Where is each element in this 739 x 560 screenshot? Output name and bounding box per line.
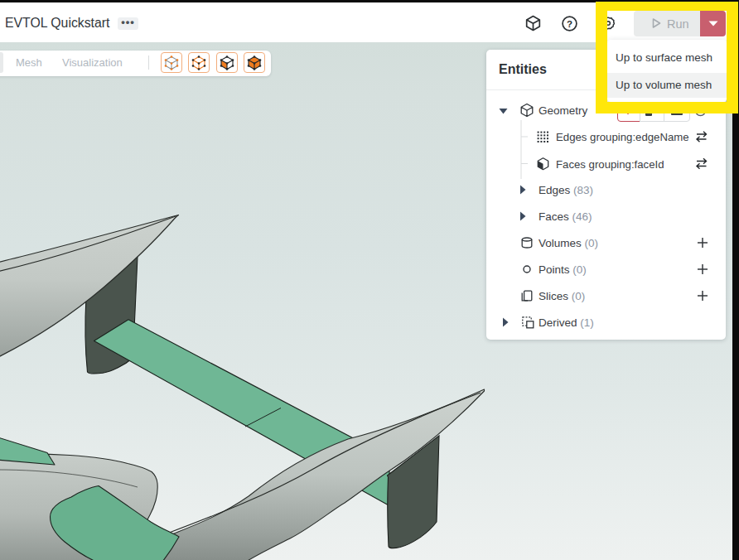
- svg-text:Faces (46): Faces (46): [539, 210, 592, 223]
- svg-text:Volumes (0): Volumes (0): [539, 237, 598, 249]
- svg-text:Edges grouping:edgeName: Edges grouping:edgeName: [556, 131, 689, 143]
- svg-text:Points (0): Points (0): [539, 263, 587, 276]
- svg-text:Geometry: Geometry: [539, 104, 588, 117]
- svg-text:?: ?: [567, 19, 572, 29]
- svg-text:Slices (0): Slices (0): [539, 290, 585, 302]
- svg-text:Faces grouping:faceId: Faces grouping:faceId: [556, 158, 664, 171]
- svg-text:Derived (1): Derived (1): [539, 316, 594, 329]
- svg-text:Edges (83): Edges (83): [539, 184, 593, 196]
